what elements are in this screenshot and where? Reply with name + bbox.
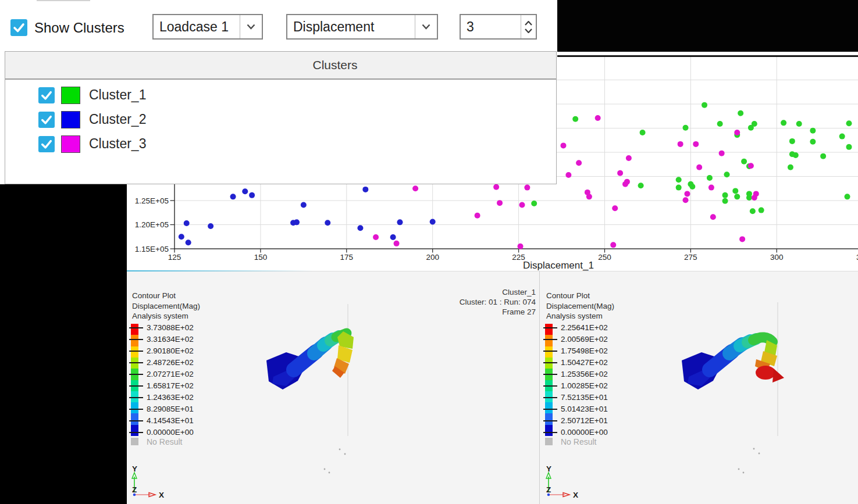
cluster-count-value: 3: [467, 19, 474, 35]
x-tick-label: 200: [426, 253, 439, 262]
scatter-point: [738, 110, 743, 116]
scatter-point: [789, 138, 795, 144]
scatter-point: [732, 188, 738, 194]
result-type-dropdown[interactable]: Displacement: [286, 14, 438, 40]
chevron-down-icon[interactable]: [240, 15, 262, 38]
scatter-point: [242, 188, 248, 194]
check-icon: [38, 136, 55, 152]
x-tick-label: 300: [770, 253, 784, 262]
show-clusters-label: Show Clusters: [34, 20, 124, 36]
scatter-point: [684, 191, 690, 196]
y-axis-label: Y: [132, 464, 137, 473]
scatter-point: [624, 179, 630, 185]
check-icon: [38, 112, 55, 128]
scatter-point: [640, 130, 646, 135]
scatter-point: [586, 194, 592, 199]
fea-model-left[interactable]: [127, 271, 540, 504]
spinner-down-icon[interactable]: [525, 28, 532, 33]
cluster-row: Cluster_2: [5, 111, 556, 128]
scatter-point: [676, 177, 682, 183]
scatter-point: [781, 120, 786, 126]
scatter-point: [179, 234, 184, 240]
fea-model-right[interactable]: [540, 271, 858, 504]
z-axis-label: Z: [546, 485, 551, 494]
loadcase-dropdown[interactable]: Loadcase 1: [152, 14, 263, 40]
scatter-point: [759, 208, 764, 213]
scatter-point: [475, 213, 480, 219]
scatter-point: [294, 219, 300, 225]
scatter-point: [301, 202, 307, 208]
clusters-panel-title: Clusters: [312, 58, 357, 72]
scatter-point: [752, 121, 757, 127]
cluster-count-spinner[interactable]: 3: [460, 14, 537, 40]
axis-triad-left: Y Z X: [130, 462, 170, 502]
scatter-point: [682, 125, 688, 131]
scatter-point: [325, 220, 330, 226]
scatter-point: [796, 121, 802, 127]
scatter-point: [617, 170, 623, 176]
scatter-point: [230, 194, 236, 199]
scatter-point: [357, 225, 363, 231]
reference-node-dots: [324, 449, 346, 474]
scatter-point: [186, 240, 191, 245]
scatter-point: [524, 185, 530, 191]
scatter-point: [531, 201, 537, 206]
scatter-point: [810, 128, 816, 134]
scatter-point: [497, 200, 503, 206]
x-axis-label: X: [573, 491, 578, 499]
cluster-visibility-checkbox[interactable]: [38, 112, 55, 128]
y-tick-label: 1.25E+05: [135, 196, 169, 205]
x-axis-label: X: [159, 491, 164, 499]
cluster-row: Cluster_3: [5, 135, 556, 153]
cluster-visibility-checkbox[interactable]: [38, 87, 55, 103]
scatter-point: [493, 184, 499, 190]
spinner-up-icon[interactable]: [525, 21, 532, 26]
x-tick-label: 125: [168, 253, 181, 262]
scatter-point: [576, 160, 582, 166]
scatter-point: [846, 144, 852, 150]
y-tick-label: 1.15E+05: [135, 245, 169, 253]
chevron-down-icon[interactable]: [415, 15, 437, 38]
scatter-point: [249, 192, 255, 198]
scatter-point: [722, 198, 728, 204]
scatter-point: [208, 223, 213, 229]
scatter-point: [362, 187, 368, 192]
scatter-point: [184, 220, 190, 226]
cluster-visibility-checkbox[interactable]: [38, 136, 55, 152]
scatter-point: [696, 165, 702, 170]
scatter-point: [810, 139, 816, 145]
clipped-control-edge: [37, 0, 90, 1]
scatter-point: [724, 171, 729, 177]
cluster-label: Cluster_1: [89, 87, 146, 103]
scatter-point: [626, 155, 632, 161]
loadcase-dropdown-value: Loadcase 1: [159, 19, 229, 35]
scatter-point: [373, 234, 379, 240]
scatter-point: [845, 194, 850, 199]
x-axis-title: Displacement_1: [523, 260, 594, 271]
check-icon: [10, 19, 27, 36]
reference-node-dots: [738, 448, 760, 474]
scatter-point: [397, 219, 403, 225]
y-axis-ticks: 1.15E+051.20E+051.25E+05: [135, 196, 175, 253]
scatter-point: [746, 195, 752, 201]
show-clusters-checkbox[interactable]: [10, 19, 27, 36]
scatter-point: [693, 141, 699, 147]
scatter-point: [612, 205, 618, 211]
scatter-point: [722, 192, 728, 198]
clusters-panel-header: Clusters: [5, 52, 556, 80]
scatter-point: [717, 121, 723, 127]
x-tick-label: 175: [340, 253, 354, 262]
scatter-point: [793, 152, 799, 158]
y-tick-label: 1.20E+05: [135, 220, 169, 229]
cluster-color-swatch: [61, 111, 80, 128]
scatter-point: [750, 208, 756, 214]
scatter-point: [610, 242, 616, 248]
x-tick-label: 150: [254, 253, 268, 262]
scatter-point: [565, 172, 571, 178]
axis-triad-right: Y Z X: [544, 462, 585, 502]
scatter-point: [820, 153, 826, 159]
scatter-point: [734, 130, 740, 135]
scatter-point: [560, 142, 566, 148]
check-icon: [38, 87, 55, 103]
clusters-panel: Clusters Cluster_1Cluster_2Cluster_3: [5, 51, 557, 184]
